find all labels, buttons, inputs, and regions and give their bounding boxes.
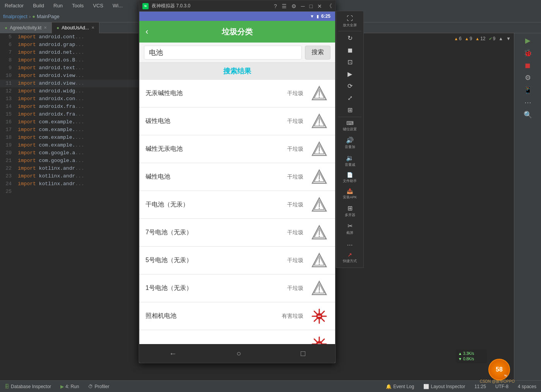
result-category-5: 干垃圾 [287,201,303,208]
tab-close-2[interactable]: ✕ [91,26,94,30]
install-apk-tool[interactable]: 📥 安装APK [337,186,363,202]
warning-badge-4[interactable]: ✔ 9 [489,36,496,41]
menu-build[interactable]: Build [31,2,46,9]
profiler-btn[interactable]: ⏱ Profiler [87,384,111,389]
minimize-icon[interactable]: ─ [301,3,305,9]
warning-badge-1[interactable]: ▲ 6 [454,36,462,41]
result-item-1[interactable]: 无汞碱性电池 干垃圾 [139,80,335,107]
back-button[interactable]: ‹ [146,27,148,37]
wifi-icon: ▼ [310,14,314,19]
warning-badge-2[interactable]: ▲ 9 [465,36,473,41]
result-name-3: 碱性无汞电池 [146,145,284,153]
ide-stop-btn[interactable]: ◼ [516,60,539,71]
breadcrumb-page[interactable]: MainPage [37,14,60,19]
layout-inspector-btn[interactable]: ⬜ Layout Inspector [422,384,467,389]
help-icon[interactable]: ? [274,3,277,9]
ide-more-btn[interactable]: ⋯ [516,97,539,108]
event-log-btn[interactable]: 🔔 Event Log [384,384,416,389]
warning-badge-3[interactable]: ▲ 12 [475,36,485,41]
db-inspector-btn[interactable]: 🗄 Database Inspector [3,384,53,389]
ide-build-btn[interactable]: ⚙ [516,72,539,84]
result-name-8: 1号电池（无汞） [146,284,284,292]
search-button[interactable]: 搜索 [305,46,330,60]
svg-point-15 [319,180,320,181]
restore-icon[interactable]: □ [310,3,313,9]
emulator-window: N 夜神模拟器 7.0.3.0 ? ☰ ⚙ ─ □ ✕ 《 ▼ ▮ 6:25 ‹… [139,0,336,363]
result-icon-10 [310,334,329,344]
close-icon[interactable]: ✕ [317,3,322,9]
menu-tools[interactable]: Tools [70,2,85,9]
results-header: 搜索结果 [139,63,335,80]
result-category-6: 干垃圾 [287,229,303,236]
svg-point-23 [319,235,320,237]
nav-home-btn[interactable]: ○ [236,349,241,358]
svg-line-38 [322,319,324,321]
result-item-2[interactable]: 碳性电池 干垃圾 [139,107,335,135]
nav-recents-btn[interactable]: □ [301,349,305,358]
result-item-10[interactable] [139,330,335,344]
network-widget: ▲ 3.3K/s ▼ 0.8K/s [456,349,487,377]
csdn-watermark: CSDN @振华OPPO [480,379,515,384]
svg-point-3 [319,96,320,97]
settings-icon[interactable]: ⚙ [291,3,296,9]
shortcut-tool[interactable]: ↗ 快捷方式 [337,249,363,266]
result-item-6[interactable]: 7号电池（无汞） 干垃圾 [139,219,335,247]
grid-tool[interactable]: ⊡ [337,56,363,68]
multi-open-tool[interactable]: ⊞ 多开器 [337,202,363,220]
menu-icon[interactable]: ☰ [282,3,287,9]
search-input[interactable] [144,46,302,60]
ide-device-btn[interactable]: 📱 [516,84,539,96]
result-item-7[interactable]: 5号电池（无汞） 干垃圾 [139,247,335,274]
result-item-8[interactable]: 1号电池（无汞） 干垃圾 [139,274,335,302]
indent[interactable]: 4 spaces [516,384,538,389]
result-icon-7 [310,251,329,270]
result-list: 无汞碱性电池 干垃圾 碳性电池 干垃圾 [139,80,335,344]
collapse-icon[interactable]: 《 [327,3,332,10]
result-item-5[interactable]: 干电池（无汞） 干垃圾 [139,191,335,219]
cursor-position: 11:25 [473,384,488,389]
tab-about-us[interactable]: ● AboutUsAd... ✕ [52,22,99,33]
result-category-4: 干垃圾 [287,174,303,181]
rotate-tool[interactable]: ↻ [337,32,363,44]
run-btn[interactable]: ▶ 4: Run [59,384,80,389]
phone-status-bar: ▼ ▮ 6:25 [139,12,335,21]
menu-wi[interactable]: Wi... [111,2,124,9]
ide-run-btn[interactable]: ▶ [516,35,539,46]
stop-tool[interactable]: ◼ [337,44,363,56]
result-category-9: 有害垃圾 [282,313,303,320]
nav-up-icon[interactable]: ▲ [498,36,503,41]
toolbar-divider-1 [338,31,361,31]
ide-search-btn[interactable]: 🔍 [516,109,539,121]
volume-down-tool[interactable]: 🔉 音量减 [337,152,363,170]
menu-vcs[interactable]: VCS [91,2,105,9]
nav-down-icon[interactable]: ▼ [506,36,511,41]
menu-run[interactable]: Run [52,2,64,9]
expand-tool[interactable]: ⤢ [337,92,363,104]
fullscreen-tool[interactable]: ⛶ 放大全屏 [337,13,363,30]
result-name-1: 无汞碱性电池 [146,89,284,97]
warnings-bar: ▲ 6 ▲ 9 ▲ 12 ✔ 9 ▲ ▼ [425,33,514,44]
add-tool[interactable]: ⊞ [337,104,363,116]
breadcrumb-sep1: › [29,14,31,19]
result-item-9[interactable]: 照相机电池 有害垃圾 [139,302,335,330]
svg-point-19 [319,208,320,209]
volume-up-tool[interactable]: 🔊 音量加 [337,134,363,152]
result-item-3[interactable]: 碱性无汞电池 干垃圾 [139,135,335,163]
tab-agree-activity[interactable]: ● AgreeActivity.kt ✕ [0,22,52,33]
more-tool[interactable]: … [337,238,363,249]
nav-back-btn[interactable]: ← [169,349,177,358]
keyboard-settings-tool[interactable]: ⌨ 键位设置 [337,118,363,134]
menu-refactor[interactable]: Refactor [3,2,25,9]
breadcrumb-icon: ● [32,14,35,19]
ide-debug-btn[interactable]: 🐞 [516,47,539,59]
reload-tool[interactable]: ⟳ [337,80,363,92]
svg-line-37 [314,311,317,314]
result-icon-2 [310,112,329,131]
play-tool[interactable]: ▶ [337,68,363,80]
screenshot-tool[interactable]: ✂ 截屏 [337,220,363,238]
encoding[interactable]: UTF-8 [494,384,510,389]
result-item-4[interactable]: 碱性电池 干垃圾 [139,163,335,191]
tab-close-1[interactable]: ✕ [44,26,47,30]
file-helper-tool[interactable]: 📄 文件助手 [337,170,363,186]
breadcrumb-project[interactable]: finalproject [3,14,27,19]
